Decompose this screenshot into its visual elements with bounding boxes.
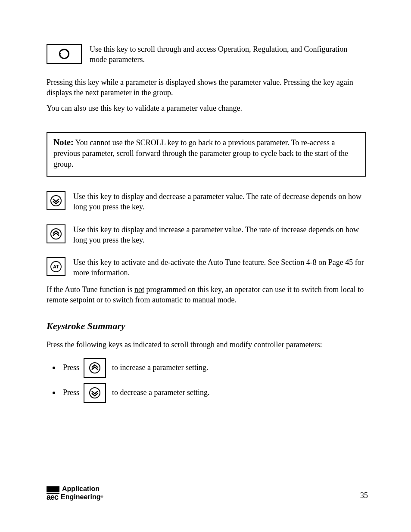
bullet-down-key-icon: [84, 383, 106, 403]
at-key-additional-not: not: [134, 285, 144, 294]
brand-word-top: Application: [62, 485, 100, 492]
bullet-dot-icon: [53, 367, 55, 369]
at-key-icon: AT: [47, 257, 65, 276]
at-key-additional-lead: If the Auto Tune function is: [47, 285, 134, 294]
bullet-pre-up: Press: [63, 363, 79, 372]
brand-logo: Application aec Engineering ®: [47, 485, 103, 501]
at-key-additional: If the Auto Tune function is not program…: [47, 284, 366, 305]
at-key-definition: Use this key to activate and de-activate…: [73, 257, 366, 278]
return-key-icon: [47, 44, 82, 64]
bullet-post-up: to increase a parameter setting.: [112, 363, 208, 372]
svg-text:AT: AT: [53, 264, 59, 269]
section-heading-keystroke-summary: Keystroke Summary: [47, 320, 366, 332]
down-key-definition: Use this key to display and decrease a p…: [73, 191, 366, 212]
bullet-row-down: Press to decrease a parameter setting.: [53, 383, 366, 403]
brand-registered-icon: ®: [101, 495, 103, 499]
note-text: You cannot use the SCROLL key to go back…: [53, 138, 348, 168]
brand-aec: aec: [47, 493, 58, 501]
up-key-definition: Use this key to display and increase a p…: [73, 224, 366, 246]
bullet-row-up: Press to increase a parameter setting.: [53, 358, 366, 378]
up-key-icon: [47, 224, 65, 243]
note-box: Note: You cannot use the SCROLL key to g…: [47, 132, 366, 176]
bullet-post-down: to decrease a parameter setting.: [112, 388, 209, 397]
brand-flag-icon: [47, 486, 59, 492]
bullet-dot-icon: [53, 392, 55, 394]
return-key-additional-2: You can also use this key to validate a …: [47, 103, 366, 113]
down-key-icon: [47, 191, 65, 210]
section-para: Press the following keys as indicated to…: [47, 339, 366, 350]
bullet-pre-down: Press: [63, 388, 79, 397]
brand-word-bottom: Engineering: [61, 494, 100, 501]
return-key-additional-1: Pressing this key while a parameter is d…: [47, 77, 366, 98]
note-label: Note:: [53, 137, 74, 147]
page-number: 35: [360, 491, 368, 500]
bullet-up-key-icon: [84, 358, 106, 378]
return-key-definition: Use this key to scroll through and acces…: [90, 44, 366, 65]
